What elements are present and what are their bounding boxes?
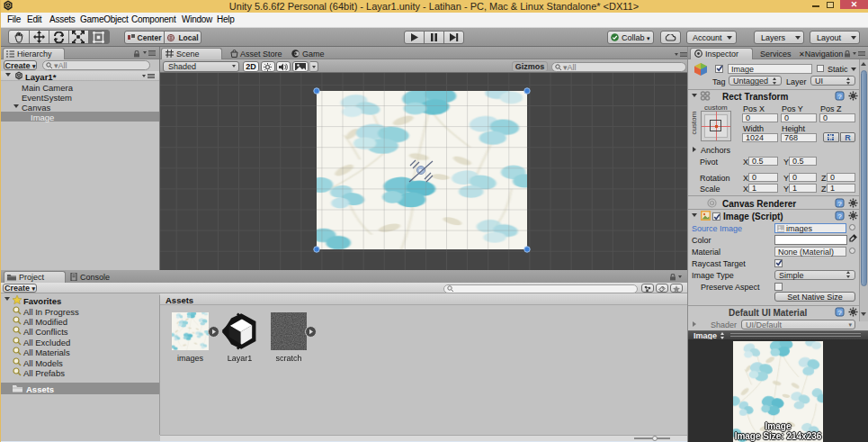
- svg-text:?: ?: [837, 200, 842, 208]
- svg-text:?: ?: [837, 212, 842, 221]
- svg-text:?: ?: [837, 309, 842, 317]
- svg-text:?: ?: [837, 93, 842, 101]
